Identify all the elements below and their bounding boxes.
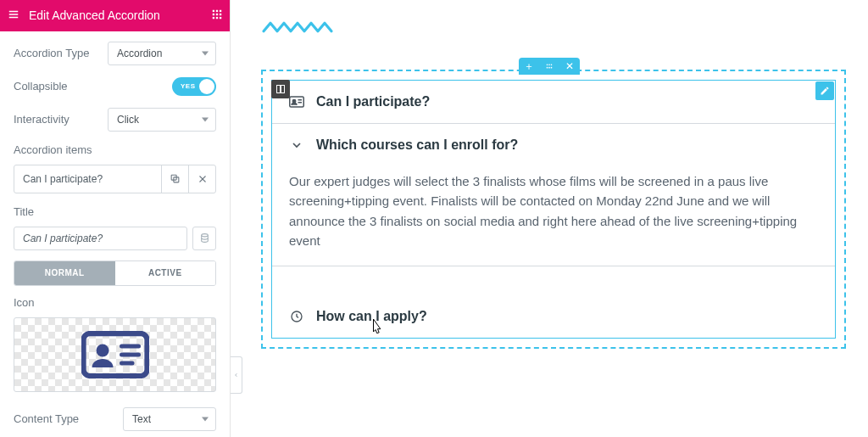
toggle-text: YES [181,82,196,90]
svg-point-22 [547,64,548,66]
accordion-title: Which courses can I enroll for? [316,137,518,153]
svg-rect-11 [220,17,221,19]
svg-point-27 [551,67,553,69]
dynamic-tags-button[interactable] [192,227,216,250]
menu-icon[interactable] [7,8,20,23]
svg-rect-4 [216,10,218,12]
section[interactable]: Can I participate? Which courses can I e… [261,70,846,349]
apps-icon[interactable] [211,8,223,23]
content-type-select[interactable]: Text [123,407,216,431]
svg-point-18 [96,344,108,356]
svg-point-23 [548,64,550,66]
svg-rect-19 [120,344,141,348]
svg-rect-21 [120,361,135,365]
sidebar-title: Edit Advanced Accordion [29,8,203,22]
mouse-cursor-icon [367,317,384,341]
select-value: Text [132,413,151,425]
id-card-icon [81,331,149,378]
svg-rect-29 [281,86,285,93]
accordion-item: Can I participate? [272,81,835,124]
svg-rect-28 [277,86,281,93]
chevron-down-icon [289,138,304,152]
widget-edit-button[interactable] [815,81,834,100]
accordion-item-row[interactable]: Can I participate? [14,165,216,193]
svg-rect-5 [220,10,221,12]
tab-active[interactable]: ACTIVE [115,261,216,285]
caret-down-icon [202,417,209,421]
accordion-item: Which courses can I enroll for? Our expe… [272,124,835,266]
content-type-label: Content Type [14,412,79,425]
duplicate-button[interactable] [161,165,188,193]
divider-zigzag-icon [261,20,334,34]
accordion-widget[interactable]: Can I participate? Which courses can I e… [271,80,836,339]
svg-rect-7 [216,14,218,15]
accordion-header[interactable]: Which courses can I enroll for? [272,124,835,166]
svg-point-31 [292,100,295,103]
id-card-icon [289,96,304,108]
caret-down-icon [202,51,209,55]
svg-rect-20 [120,352,141,356]
select-value: Click [117,114,139,126]
svg-rect-3 [213,10,214,12]
svg-rect-9 [213,17,214,19]
svg-rect-6 [213,14,214,15]
accordion-type-select[interactable]: Accordion [108,42,216,65]
interactivity-select[interactable]: Click [108,108,216,132]
accordion-item: How can I apply? [272,295,835,338]
collapsible-toggle[interactable]: YES [172,77,216,96]
section-toolbar: ＋ ✕ [519,58,580,75]
section-close-button[interactable]: ✕ [559,58,580,75]
icon-picker[interactable] [14,317,216,392]
accordion-gap [272,266,835,295]
svg-point-16 [201,234,208,237]
clock-icon [289,310,304,323]
interactivity-label: Interactivity [14,113,70,126]
icon-label: Icon [14,296,216,309]
title-label: Title [14,205,216,218]
canvas: ＋ ✕ Can I participate? [231,0,868,437]
accordion-items-label: Accordion items [14,143,216,156]
svg-point-26 [548,67,550,69]
tab-normal[interactable]: NORMAL [14,261,115,285]
sidebar-header: Edit Advanced Accordion [0,0,230,31]
item-title: Can I participate? [14,173,161,185]
caret-down-icon [202,117,209,121]
toggle-knob [199,79,214,94]
column-handle[interactable] [271,80,290,98]
accordion-title: Can I participate? [316,94,430,109]
accordion-body: Our expert judges will select the 3 fina… [272,166,835,266]
title-input[interactable] [14,227,187,250]
svg-point-24 [551,64,553,66]
svg-rect-10 [216,17,218,19]
select-value: Accordion [117,48,162,59]
sidebar-body: Accordion Type Accordion Collapsible YES… [0,31,230,437]
svg-point-25 [547,67,548,69]
accordion-header[interactable]: Can I participate? [272,81,835,123]
editor-sidebar: Edit Advanced Accordion Accordion Type A… [0,0,231,437]
state-tabs: NORMAL ACTIVE [14,261,216,286]
section-drag-handle[interactable] [539,58,559,75]
section-add-button[interactable]: ＋ [519,58,539,75]
type-label: Accordion Type [14,47,89,59]
collapsible-label: Collapsible [14,80,68,92]
svg-rect-8 [220,14,221,15]
remove-button[interactable] [188,165,215,193]
accordion-header[interactable]: How can I apply? [272,295,835,338]
